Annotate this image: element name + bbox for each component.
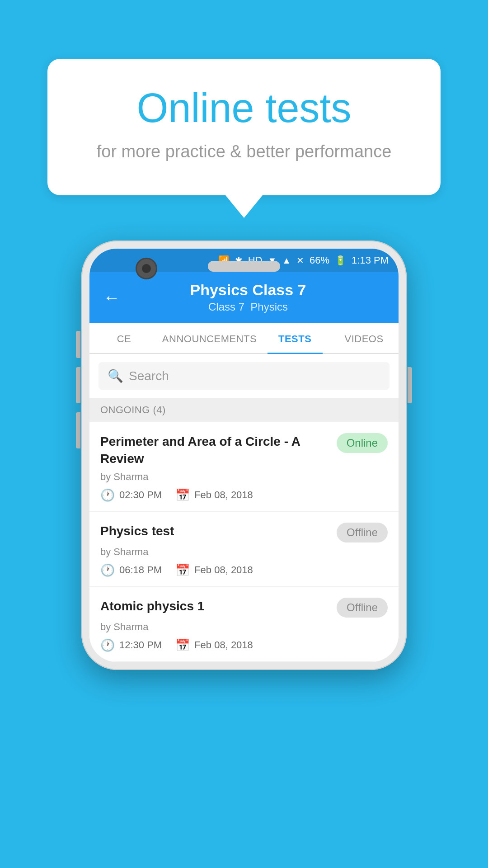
test-meta: 🕐 02:30 PM 📅 Feb 08, 2018 (100, 488, 388, 502)
tab-bar: CE ANNOUNCEMENTS TESTS VIDEOS (89, 323, 399, 354)
mute-button (76, 331, 80, 358)
test-author: by Sharma (100, 621, 388, 633)
tab-ce[interactable]: CE (89, 323, 159, 353)
test-meta: 🕐 06:18 PM 📅 Feb 08, 2018 (100, 563, 388, 577)
test-meta: 🕐 12:30 PM 📅 Feb 08, 2018 (100, 638, 388, 652)
test-item[interactable]: Atomic physics 1 Offline by Sharma 🕐 12:… (89, 587, 399, 662)
phone-outer: 📶 ✱ HD ▼ ▲ ✕ 66% 🔋 1:13 PM ← Physics Cla… (81, 241, 407, 670)
calendar-icon: 📅 (175, 638, 190, 652)
phone-speaker (208, 261, 280, 272)
section-header: ONGOING (4) (89, 398, 399, 422)
test-time: 🕐 02:30 PM (100, 488, 162, 502)
clock: 1:13 PM (352, 255, 389, 266)
hero-title: Online tests (84, 86, 404, 131)
signal-icon: ▲ (282, 255, 291, 266)
no-signal-icon: ✕ (296, 255, 304, 266)
test-date: 📅 Feb 08, 2018 (175, 563, 253, 577)
test-title: Physics test (100, 523, 329, 540)
hero-subtitle: for more practice & better performance (84, 140, 404, 164)
calendar-icon: 📅 (175, 563, 190, 577)
header-subtitle: Class 7 Physics (129, 301, 367, 313)
power-button (408, 367, 412, 403)
volume-down-button (76, 412, 80, 448)
section-title: ONGOING (4) (100, 404, 166, 415)
phone-camera (136, 258, 157, 279)
app-header: ← Physics Class 7 Class 7 Physics (89, 272, 399, 323)
tab-videos[interactable]: VIDEOS (329, 323, 399, 353)
phone-mockup: 📶 ✱ HD ▼ ▲ ✕ 66% 🔋 1:13 PM ← Physics Cla… (81, 241, 407, 670)
status-badge: Online (337, 433, 388, 453)
search-placeholder: Search (129, 369, 169, 383)
test-title: Perimeter and Area of a Circle - A Revie… (100, 433, 329, 467)
test-date: 📅 Feb 08, 2018 (175, 638, 253, 652)
test-time: 🕐 12:30 PM (100, 638, 162, 652)
test-title: Atomic physics 1 (100, 598, 329, 615)
volume-up-button (76, 367, 80, 403)
test-author: by Sharma (100, 471, 388, 483)
battery-level: 66% (310, 255, 329, 266)
clock-icon: 🕐 (100, 638, 115, 652)
clock-icon: 🕐 (100, 488, 115, 502)
phone-screen: 📶 ✱ HD ▼ ▲ ✕ 66% 🔋 1:13 PM ← Physics Cla… (89, 249, 399, 662)
search-bar[interactable]: 🔍 Search (99, 362, 389, 390)
status-badge: Offline (337, 523, 388, 542)
header-title: Physics Class 7 (129, 281, 367, 299)
calendar-icon: 📅 (175, 488, 190, 502)
search-container: 🔍 Search (89, 354, 399, 398)
battery-icon: 🔋 (335, 255, 346, 266)
tab-tests[interactable]: TESTS (260, 323, 329, 353)
test-time: 🕐 06:18 PM (100, 563, 162, 577)
test-date: 📅 Feb 08, 2018 (175, 488, 253, 502)
hero-card: Online tests for more practice & better … (47, 59, 441, 195)
clock-icon: 🕐 (100, 563, 115, 577)
search-icon: 🔍 (108, 368, 123, 383)
test-item[interactable]: Perimeter and Area of a Circle - A Revie… (89, 422, 399, 512)
test-item[interactable]: Physics test Offline by Sharma 🕐 06:18 P… (89, 512, 399, 587)
tab-announcements[interactable]: ANNOUNCEMENTS (159, 323, 260, 353)
back-button[interactable]: ← (103, 289, 120, 306)
header-text: Physics Class 7 Class 7 Physics (129, 281, 367, 313)
status-badge: Offline (337, 598, 388, 618)
test-author: by Sharma (100, 546, 388, 558)
